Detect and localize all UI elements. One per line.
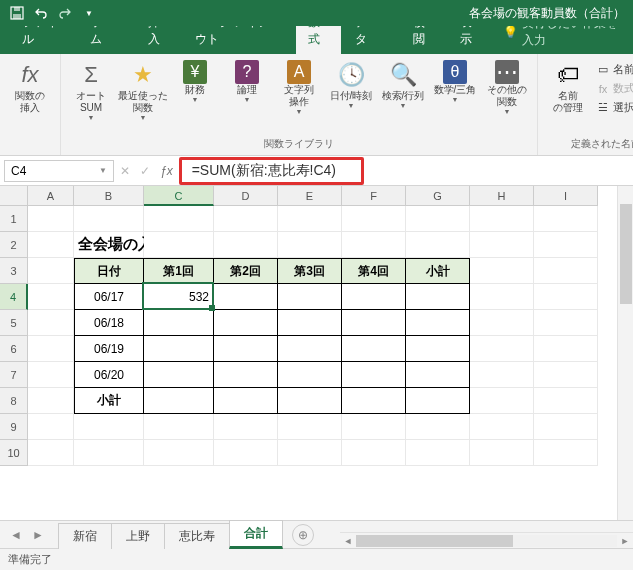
save-icon[interactable] <box>8 4 26 22</box>
cell[interactable] <box>470 362 534 388</box>
row-header[interactable]: 5 <box>0 310 28 336</box>
datetime-button[interactable]: 🕓 日付/時刻 ▼ <box>327 58 375 111</box>
row-header[interactable]: 8 <box>0 388 28 414</box>
row-header[interactable]: 4 <box>0 284 28 310</box>
cell[interactable] <box>342 414 406 440</box>
table-cell[interactable] <box>406 336 470 362</box>
cell[interactable] <box>470 258 534 284</box>
cell[interactable] <box>534 310 598 336</box>
table-cell[interactable] <box>144 310 214 336</box>
column-header[interactable]: B <box>74 186 144 206</box>
scroll-thumb[interactable] <box>356 535 513 547</box>
table-cell[interactable] <box>342 388 406 414</box>
table-cell[interactable] <box>406 388 470 414</box>
cell[interactable] <box>342 440 406 466</box>
table-cell[interactable] <box>144 388 214 414</box>
cell[interactable] <box>534 388 598 414</box>
cell[interactable] <box>342 206 406 232</box>
autosum-button[interactable]: Σ オート SUM ▼ <box>67 58 115 123</box>
table-header[interactable]: 第4回 <box>342 258 406 284</box>
name-box[interactable]: C4 ▼ <box>4 160 114 182</box>
cell[interactable] <box>28 310 74 336</box>
qat-dropdown-icon[interactable]: ▼ <box>80 4 98 22</box>
cell[interactable] <box>534 362 598 388</box>
more-functions-button[interactable]: ⋯ その他の 関数 ▼ <box>483 58 531 117</box>
column-header[interactable]: D <box>214 186 278 206</box>
table-cell[interactable] <box>342 362 406 388</box>
cell[interactable] <box>470 284 534 310</box>
math-button[interactable]: θ 数学/三角 ▼ <box>431 58 479 105</box>
cell[interactable] <box>534 258 598 284</box>
row-header[interactable]: 9 <box>0 414 28 440</box>
table-cell[interactable] <box>278 388 342 414</box>
cell[interactable] <box>144 440 214 466</box>
cell[interactable] <box>406 232 470 258</box>
column-header[interactable]: G <box>406 186 470 206</box>
column-header[interactable]: F <box>342 186 406 206</box>
cell[interactable] <box>144 232 214 258</box>
table-cell[interactable] <box>144 362 214 388</box>
cell[interactable] <box>534 284 598 310</box>
new-sheet-button[interactable]: ⊕ <box>292 524 314 546</box>
row-header[interactable]: 10 <box>0 440 28 466</box>
cell[interactable] <box>470 388 534 414</box>
fx-icon[interactable]: ƒx <box>160 164 173 178</box>
table-cell[interactable] <box>342 284 406 310</box>
sheet-tab[interactable]: 新宿 <box>58 523 112 549</box>
table-cell[interactable]: 06/19 <box>74 336 144 362</box>
redo-icon[interactable] <box>56 4 74 22</box>
table-title-cell[interactable]: 全会場の入場者数の合計 <box>74 232 144 258</box>
cell[interactable] <box>406 440 470 466</box>
cell[interactable] <box>534 336 598 362</box>
table-cell[interactable] <box>342 310 406 336</box>
lookup-button[interactable]: 🔍 検索/行列 ▼ <box>379 58 427 111</box>
cell[interactable] <box>278 440 342 466</box>
vertical-scrollbar[interactable] <box>617 186 633 520</box>
cell[interactable] <box>28 206 74 232</box>
use-in-formula-button[interactable]: fx 数式で使用 <box>596 79 633 98</box>
table-cell[interactable]: 06/18 <box>74 310 144 336</box>
cell[interactable] <box>28 414 74 440</box>
cell[interactable] <box>534 232 598 258</box>
cell[interactable] <box>28 336 74 362</box>
enter-icon[interactable]: ✓ <box>140 164 150 178</box>
sheet-nav-next-icon[interactable]: ► <box>32 528 44 542</box>
row-header[interactable]: 3 <box>0 258 28 284</box>
cell[interactable] <box>28 388 74 414</box>
formula-input[interactable]: =SUM(新宿:恵比寿!C4) <box>179 157 364 185</box>
cell[interactable] <box>214 232 278 258</box>
cell[interactable] <box>144 414 214 440</box>
logical-button[interactable]: ? 論理 ▼ <box>223 58 271 105</box>
cell[interactable] <box>74 414 144 440</box>
table-cell[interactable] <box>342 336 406 362</box>
cell[interactable] <box>214 206 278 232</box>
table-cell[interactable] <box>278 284 342 310</box>
create-from-selection-button[interactable]: ☱ 選択範囲か <box>596 98 633 117</box>
column-header[interactable]: I <box>534 186 598 206</box>
cell[interactable] <box>28 284 74 310</box>
table-cell[interactable] <box>278 362 342 388</box>
column-header[interactable]: E <box>278 186 342 206</box>
row-header[interactable]: 7 <box>0 362 28 388</box>
scroll-thumb[interactable] <box>620 204 632 304</box>
table-cell[interactable]: 06/17 <box>74 284 144 310</box>
cell[interactable] <box>74 206 144 232</box>
horizontal-scrollbar[interactable]: ◄ ► <box>340 532 633 548</box>
cell[interactable] <box>28 232 74 258</box>
undo-icon[interactable] <box>32 4 50 22</box>
table-cell[interactable]: 06/20 <box>74 362 144 388</box>
column-header[interactable]: A <box>28 186 74 206</box>
recently-used-button[interactable]: ★ 最近使った 関数 ▼ <box>119 58 167 123</box>
table-header[interactable]: 第2回 <box>214 258 278 284</box>
insert-function-button[interactable]: fx 関数の 挿入 <box>6 58 54 116</box>
sheet-tab-active[interactable]: 合計 <box>229 520 283 549</box>
table-cell[interactable] <box>214 388 278 414</box>
cell[interactable] <box>534 440 598 466</box>
table-cell[interactable] <box>406 362 470 388</box>
table-cell[interactable] <box>406 310 470 336</box>
row-header[interactable]: 6 <box>0 336 28 362</box>
define-name-button[interactable]: ▭ 名前の定義 <box>596 60 633 79</box>
cell[interactable] <box>406 414 470 440</box>
table-cell[interactable] <box>214 362 278 388</box>
cancel-icon[interactable]: ✕ <box>120 164 130 178</box>
